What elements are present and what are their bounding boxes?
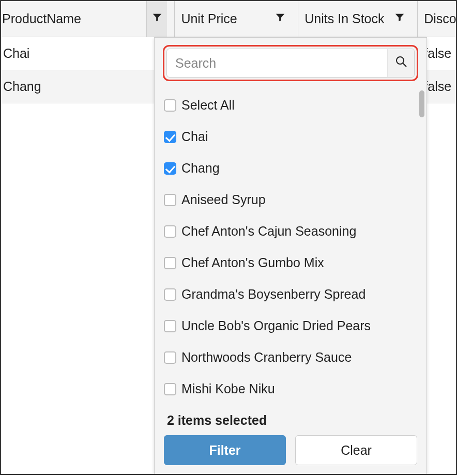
header-unit-price[interactable]: Unit Price	[175, 1, 298, 37]
filter-icon-units-in-stock[interactable]	[389, 1, 410, 37]
search-input[interactable]	[167, 56, 387, 71]
option-item[interactable]: Grandma's Boysenberry Spread	[164, 279, 424, 310]
header-label: ProductName	[2, 11, 81, 26]
option-item[interactable]: Chang	[164, 152, 424, 184]
option-item[interactable]: Aniseed Syrup	[164, 184, 424, 216]
option-label: Mishi Kobe Niku	[181, 381, 275, 396]
option-label: Uncle Bob's Organic Dried Pears	[181, 318, 371, 333]
funnel-icon	[394, 11, 405, 26]
checkbox[interactable]	[164, 288, 176, 301]
header-label: Unit Price	[181, 11, 237, 26]
header-product-name[interactable]: ProductName	[1, 1, 175, 37]
filter-button[interactable]: Filter	[164, 435, 286, 465]
header-units-in-stock[interactable]: Units In Stock	[298, 1, 418, 37]
option-item[interactable]: Uncle Bob's Organic Dried Pears	[164, 310, 424, 342]
option-item[interactable]: Chef Anton's Cajun Seasoning	[164, 216, 424, 247]
option-label: Chai	[181, 129, 208, 144]
option-label: Chef Anton's Cajun Seasoning	[181, 224, 356, 239]
option-item[interactable]: Northwoods Cranberry Sauce	[164, 342, 424, 373]
option-label: Aniseed Syrup	[181, 192, 266, 207]
funnel-icon	[151, 11, 163, 26]
button-label: Filter	[209, 443, 240, 458]
search-box	[166, 49, 415, 78]
option-label: Select All	[181, 98, 235, 113]
cell-product-name: Chang	[1, 70, 175, 103]
svg-point-0	[397, 57, 404, 64]
filter-icon-unit-price[interactable]	[270, 1, 291, 37]
option-select-all[interactable]: Select All	[164, 89, 424, 121]
checkbox[interactable]	[164, 162, 176, 175]
filter-popup: Select All Chai Chang Aniseed Syrup Chef…	[154, 37, 427, 475]
filter-buttons: Filter Clear	[155, 433, 426, 474]
checkbox[interactable]	[164, 257, 176, 269]
data-grid: ProductName Unit Price Units In Stock	[0, 0, 457, 475]
search-button[interactable]	[387, 49, 414, 77]
filter-icon-product-name[interactable]	[146, 1, 167, 37]
svg-line-1	[403, 63, 406, 67]
funnel-icon	[275, 11, 286, 26]
button-label: Clear	[341, 443, 372, 458]
checkbox[interactable]	[164, 383, 176, 395]
filter-options-list[interactable]: Select All Chai Chang Aniseed Syrup Chef…	[155, 87, 426, 410]
option-label: Chang	[181, 161, 220, 176]
checkbox[interactable]	[164, 99, 176, 112]
checkbox[interactable]	[164, 194, 176, 206]
option-item[interactable]: Mishi Kobe Niku	[164, 373, 424, 405]
option-item[interactable]: Chai	[164, 121, 424, 152]
search-icon	[395, 55, 407, 71]
option-item[interactable]: Chef Anton's Gumbo Mix	[164, 247, 424, 279]
option-label: Grandma's Boysenberry Spread	[181, 287, 365, 302]
selected-count: 2 items selected	[155, 410, 426, 433]
header-label: Discontinued	[424, 11, 456, 26]
header-discontinued[interactable]: Discontinued	[418, 1, 456, 37]
checkbox[interactable]	[164, 351, 176, 364]
search-highlight	[163, 45, 418, 81]
cell-product-name: Chai	[1, 37, 175, 70]
header-label: Units In Stock	[304, 11, 384, 26]
checkbox[interactable]	[164, 320, 176, 332]
scrollbar-thumb[interactable]	[419, 90, 424, 117]
option-label: Northwoods Cranberry Sauce	[181, 350, 352, 365]
clear-button[interactable]: Clear	[295, 435, 417, 465]
checkbox[interactable]	[164, 131, 176, 143]
option-label: Chef Anton's Gumbo Mix	[181, 255, 324, 270]
header-row: ProductName Unit Price Units In Stock	[1, 1, 456, 37]
checkbox[interactable]	[164, 225, 176, 238]
